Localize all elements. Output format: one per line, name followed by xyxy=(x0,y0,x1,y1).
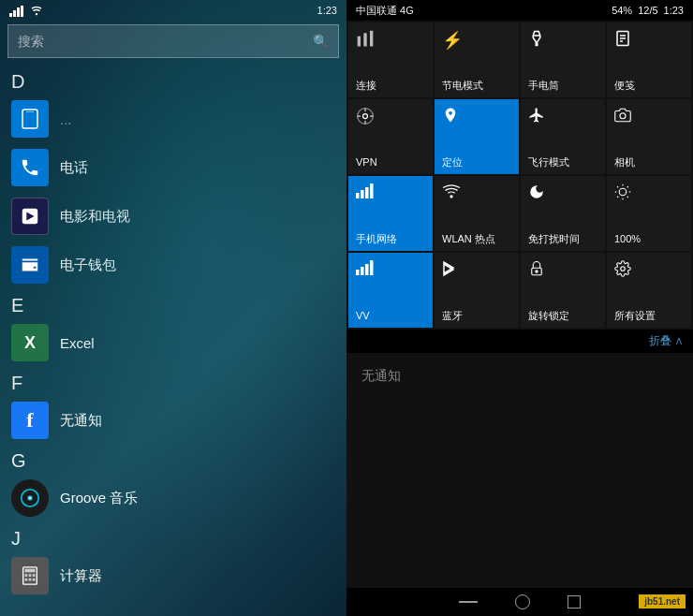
svg-point-25 xyxy=(363,114,368,119)
app-name: Groove 音乐 xyxy=(60,490,138,507)
app-name: 电话 xyxy=(60,159,88,177)
svg-rect-44 xyxy=(370,260,374,275)
qs-tile-hotspot[interactable]: WLAN 热点 xyxy=(435,176,519,251)
svg-line-36 xyxy=(627,197,628,198)
qs-tile-vv[interactable]: VV xyxy=(348,253,433,328)
svg-rect-20 xyxy=(370,31,373,47)
qs-tile-brightness[interactable]: 100% xyxy=(607,176,691,251)
qs-tile-bluetooth[interactable]: 蓝牙 xyxy=(435,253,519,328)
svg-rect-1 xyxy=(13,10,16,17)
status-bar-left: 1:23 xyxy=(0,0,346,21)
section-letter-e: E xyxy=(0,289,346,318)
connect-icon xyxy=(356,30,375,53)
svg-line-40 xyxy=(627,186,628,187)
multitask-button[interactable] xyxy=(568,595,581,609)
list-item[interactable]: f 无通知 xyxy=(0,396,346,445)
qs-label: 蓝牙 xyxy=(442,310,463,322)
watermark: jb51.net xyxy=(639,594,686,609)
svg-rect-14 xyxy=(33,574,36,577)
watermark-text: jb51.net xyxy=(644,596,680,607)
qs-tile-connect[interactable]: 连接 xyxy=(348,22,433,97)
svg-point-32 xyxy=(619,188,627,196)
svg-rect-16 xyxy=(29,579,32,581)
svg-rect-30 xyxy=(370,183,374,198)
svg-rect-6 xyxy=(26,111,34,112)
list-item[interactable]: Groove 音乐 xyxy=(0,474,346,522)
qs-label: 旋转锁定 xyxy=(528,310,569,322)
home-button[interactable] xyxy=(515,594,530,609)
svg-rect-11 xyxy=(25,569,36,573)
back-button[interactable] xyxy=(459,601,478,603)
qs-tile-battery[interactable]: ⚡ 节电模式 xyxy=(435,22,519,97)
vpn-icon xyxy=(356,107,375,130)
section-letter-f: F xyxy=(0,367,346,396)
qs-tile-vpn[interactable]: VPN xyxy=(348,99,433,174)
qs-label: VPN xyxy=(356,156,377,169)
app-icon xyxy=(11,198,49,235)
airplane-icon xyxy=(528,107,545,128)
carrier-text: 中国联通 4G xyxy=(356,4,414,18)
status-bar-right: 中国联通 4G 54% 12/5 1:23 xyxy=(346,0,693,21)
left-time: 1:23 xyxy=(317,5,337,16)
rotation-lock-icon xyxy=(528,260,545,282)
location-icon xyxy=(442,107,459,128)
list-item[interactable]: X Excel xyxy=(0,318,346,367)
svg-rect-12 xyxy=(25,574,28,577)
app-name: 无通知 xyxy=(60,412,102,430)
date-text: 12/5 xyxy=(638,5,657,16)
vv-icon xyxy=(356,260,375,280)
battery-saver-icon: ⚡ xyxy=(442,30,463,51)
app-icon xyxy=(11,557,49,594)
svg-rect-2 xyxy=(17,7,20,17)
qs-label: 所有设置 xyxy=(614,310,656,322)
qs-tile-notes[interactable]: 便笺 xyxy=(607,22,691,97)
qs-label: 手电筒 xyxy=(528,80,559,92)
svg-point-46 xyxy=(536,271,538,272)
settings-icon xyxy=(614,260,631,282)
search-input[interactable] xyxy=(18,34,313,49)
svg-rect-42 xyxy=(361,267,364,275)
qs-tile-rotation[interactable]: 旋转锁定 xyxy=(521,253,605,328)
notification-text: 无通知 xyxy=(361,368,401,383)
svg-rect-41 xyxy=(356,270,360,275)
quick-settings-grid: 连接 ⚡ 节电模式 手电筒 便笺 VPN xyxy=(346,21,693,330)
svg-rect-29 xyxy=(365,187,369,198)
list-item[interactable]: 电影和电视 xyxy=(0,192,346,241)
search-icon: 🔍 xyxy=(313,34,329,49)
qs-label: 便笺 xyxy=(614,80,635,92)
svg-rect-3 xyxy=(21,6,23,17)
app-icon xyxy=(11,479,49,517)
list-item[interactable]: ... xyxy=(0,95,346,143)
app-name: Excel xyxy=(60,335,95,351)
status-right: 54% 12/5 1:23 xyxy=(612,5,684,16)
qs-label: 免打扰时间 xyxy=(528,233,580,245)
qs-label: 节电模式 xyxy=(442,80,483,92)
qs-tile-camera[interactable]: 相机 xyxy=(607,99,691,174)
svg-rect-27 xyxy=(356,193,360,198)
qs-label: 连接 xyxy=(356,80,376,92)
search-bar[interactable]: 🔍 xyxy=(7,24,339,58)
qs-tile-dnd[interactable]: 免打扰时间 xyxy=(521,176,605,251)
qs-tile-cellular[interactable]: 手机网络 xyxy=(348,176,433,251)
list-item[interactable]: 计算器 xyxy=(0,551,346,600)
svg-point-26 xyxy=(620,113,626,119)
svg-point-4 xyxy=(36,12,37,14)
list-item[interactable]: 电子钱包 xyxy=(0,241,346,289)
qs-label: 飞行模式 xyxy=(528,156,569,169)
qs-tile-flashlight[interactable]: 手电筒 xyxy=(521,22,605,97)
app-icon: X xyxy=(11,324,49,361)
notification-area: 无通知 xyxy=(346,353,693,588)
list-item[interactable]: 电话 xyxy=(0,143,346,192)
qs-label: WLAN 热点 xyxy=(442,233,495,245)
section-letter-d: D xyxy=(0,66,346,95)
svg-rect-17 xyxy=(33,579,36,581)
svg-rect-19 xyxy=(363,33,366,46)
svg-point-47 xyxy=(621,267,626,271)
collapse-bar[interactable]: 折叠 ∧ xyxy=(346,330,693,353)
qs-tile-location[interactable]: 定位 xyxy=(435,99,519,174)
battery-text: 54% xyxy=(612,5,632,16)
qs-tile-settings[interactable]: 所有设置 xyxy=(607,253,691,328)
app-list: D ... 电话 xyxy=(0,66,346,616)
qs-tile-airplane[interactable]: 飞行模式 xyxy=(521,99,605,174)
section-letter-j: J xyxy=(0,522,346,551)
